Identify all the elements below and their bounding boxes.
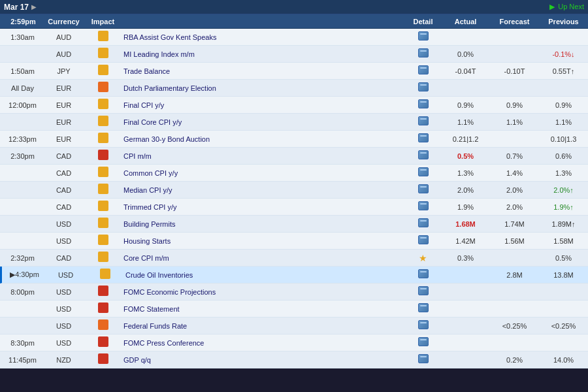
detail-folder-icon [418,65,429,74]
cell-event: MI Leading Index m/m [121,50,405,58]
cell-detail[interactable] [405,354,441,365]
table-row[interactable]: All Day EUR Dutch Parliamentary Election [0,80,588,97]
header-currency: Currency [42,18,85,25]
detail-folder-icon [418,354,429,363]
cell-detail[interactable] [405,150,441,161]
cell-impact [85,252,121,264]
cell-detail[interactable] [405,116,441,127]
table-container: 1:30am AUD RBA Assist Gov Kent Speaks AU… [0,29,588,368]
cell-detail[interactable] [405,133,441,144]
cell-actual: 0.9% [441,101,490,109]
cell-event: Trade Balance [121,67,405,75]
cell-currency: AUD [42,50,85,58]
cell-detail[interactable] [405,65,441,76]
cell-currency: USD [42,339,85,347]
impact-icon [98,353,108,364]
cell-forecast: <0.25% [490,322,539,330]
table-row[interactable]: USD Federal Funds Rate <0.25% <0.25% [0,318,588,335]
table-row[interactable]: 2:32pm CAD Core CPI m/m ★ 0.3% 0.5% [0,250,588,267]
table-row[interactable]: CAD Common CPI y/y 1.3% 1.4% 1.3% [0,165,588,182]
cell-impact [85,201,121,213]
cell-event: Common CPI y/y [121,169,405,177]
cell-detail[interactable] [405,337,441,348]
table-row[interactable]: 1:50am JPY Trade Balance -0.04T -0.10T 0… [0,63,588,80]
cell-currency: CAD [42,169,85,177]
cell-detail[interactable] [405,48,441,59]
table-row[interactable]: 11:45pm NZD GDP q/q 0.2% 14.0% [0,351,588,368]
page-title: Mar 17 [4,3,29,12]
cell-time: 8:30pm [0,339,42,347]
cell-detail[interactable] [405,201,441,212]
cell-currency: EUR [42,84,85,92]
cell-actual: -0.04T [441,67,490,75]
cell-detail[interactable] [405,320,441,331]
cell-actual: 1.3% [441,169,490,177]
cell-previous: 0.6% [539,152,588,160]
header-actual: Actual [441,18,490,25]
cell-detail[interactable] [405,235,441,246]
cell-actual: 2.0% [441,186,490,194]
table-row[interactable]: 1:30am AUD RBA Assist Gov Kent Speaks [0,29,588,46]
table-row[interactable]: USD FOMC Statement [0,301,588,318]
cell-detail[interactable] [405,31,441,42]
table-row[interactable]: 12:00pm EUR Final CPI y/y 0.9% 0.9% 0.9% [0,97,588,114]
cell-detail[interactable] [405,218,441,229]
table-row[interactable]: 8:00pm USD FOMC Economic Projections [0,284,588,301]
cell-detail[interactable]: ★ [405,253,441,263]
cell-event: FOMC Statement [121,305,405,313]
cell-event: Median CPI y/y [121,186,405,194]
cell-currency: CAD [42,203,85,211]
cell-impact [85,116,121,128]
cell-detail[interactable] [405,269,441,280]
header-forecast: Forecast [490,18,539,25]
cell-detail[interactable] [405,99,441,110]
cell-currency: EUR [42,135,85,143]
table-row[interactable]: 12:33pm EUR German 30-y Bond Auction 0.2… [0,131,588,148]
cell-detail[interactable] [405,167,441,178]
cell-currency: JPY [42,67,85,75]
cell-time: 1:30am [0,33,42,41]
cell-event: RBA Assist Gov Kent Speaks [121,33,405,41]
detail-folder-icon [418,150,429,159]
table-row[interactable]: ▶4:30pm USD Crude Oil Inventories 2.8M 1… [0,267,588,284]
cell-currency: EUR [42,118,85,126]
impact-icon [98,65,108,75]
cell-actual: 0.21|1.2 [441,135,490,143]
cell-impact [85,286,121,298]
cell-detail[interactable] [405,82,441,93]
table-row[interactable]: EUR Final Core CPI y/y 1.1% 1.1% 1.1% [0,114,588,131]
table-row[interactable]: 8:30pm USD FOMC Press Conference [0,335,588,351]
table-row[interactable]: USD Housing Starts 1.42M 1.56M 1.58M [0,233,588,250]
cell-forecast: 0.9% [490,101,539,109]
cell-previous: 13.8M [539,271,588,279]
cell-event: Crude Oil Inventories [123,271,405,279]
cell-actual: 0.3% [441,254,490,262]
table-row[interactable]: AUD MI Leading Index m/m 0.0% -0.1%↓ [0,46,588,63]
table-row[interactable]: 2:30pm CAD CPI m/m 0.5% 0.7% 0.6% [0,148,588,165]
detail-folder-icon [418,320,429,329]
detail-star-icon: ★ [419,253,427,263]
cell-previous: 1.89M↑ [539,220,588,228]
cell-detail[interactable] [405,184,441,195]
cell-impact [85,319,121,332]
cell-detail[interactable] [405,303,441,314]
header-time: 2:59pm [0,18,42,25]
cell-time: 12:00pm [0,101,42,109]
detail-folder-icon [418,184,429,193]
impact-icon [98,133,108,143]
cell-currency: CAD [42,254,85,262]
cell-previous: <0.25% [539,322,588,330]
table-row[interactable]: CAD Trimmed CPI y/y 1.9% 2.0% 1.9%↑ [0,199,588,216]
detail-folder-icon [418,116,429,125]
impact-icon [98,201,108,211]
table-row[interactable]: USD Building Permits 1.68M 1.74M 1.89M↑ [0,216,588,233]
cell-detail[interactable] [405,286,441,297]
cell-event: Final Core CPI y/y [121,118,405,126]
impact-icon [98,31,108,41]
impact-icon [98,184,108,194]
header-row: 2:59pm Currency Impact Detail Actual For… [0,14,588,29]
up-next-label[interactable]: ▶ Up Next [549,3,584,11]
table-row[interactable]: CAD Median CPI y/y 2.0% 2.0% 2.0%↑ [0,182,588,199]
detail-folder-icon [418,48,429,57]
detail-folder-icon [418,99,429,108]
